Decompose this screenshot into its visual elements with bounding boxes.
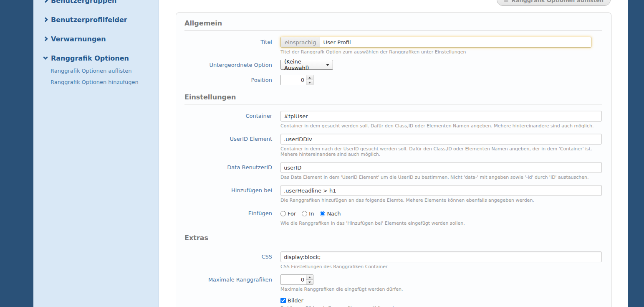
einfuegen-label: Einfügen	[184, 208, 280, 226]
sidebar-item-ranggrafik-optionen-auflisten[interactable]: Ranggrafik Optionen auflisten	[33, 65, 158, 76]
radio-option-in[interactable]: In	[302, 211, 314, 217]
sidebar-item-label: Ranggrafik Optionen hinzufügen	[51, 79, 139, 85]
bilder-checkbox-option[interactable]: Bilder	[280, 297, 303, 304]
container-label: Container	[184, 111, 280, 129]
field-row-untergeordnete-option: Untergeordnete Option (Keine Auswahl)	[184, 60, 602, 70]
sidebar-item-label: Ranggrafik Optionen	[51, 54, 129, 62]
field-row-maximale-ranggrafiken: Maximale Ranggrafiken Maximale Ranggrafi…	[184, 274, 602, 292]
position-spinner	[280, 75, 313, 85]
sidebar-item-label: Ranggrafik Optionen auflisten	[51, 68, 132, 74]
sidebar-item-label: Benutzerprofilfelder	[51, 16, 127, 24]
hinzufuegen-bei-label: Hinzufügen bei	[184, 185, 280, 203]
bilder-description: Es können Bilder als Ranggrafik ausgewäh…	[280, 305, 598, 307]
position-input[interactable]	[281, 75, 306, 85]
titel-input-group: einsprachig	[280, 37, 591, 48]
userid-element-description: Container in dem nach der UserID gesucht…	[280, 146, 598, 157]
chevron-right-icon	[43, 17, 48, 22]
checkbox-label: Bilder	[288, 297, 303, 304]
data-benutzerid-description: Das Data Element in dem 'UserID Element'…	[280, 175, 598, 180]
spinner-up-icon[interactable]	[306, 275, 313, 280]
hinzufuegen-bei-description: Die Ranggrafiken hinzufügen an das folge…	[280, 198, 598, 203]
field-row-bilder: Bilder Es können Bilder als Ranggrafik a…	[184, 297, 602, 307]
list-options-button[interactable]: ☰ Ranggrafik Optionen auflisten	[497, 0, 611, 6]
radio-for[interactable]	[280, 211, 286, 216]
main-content: ☰ Ranggrafik Optionen auflisten Allgemei…	[159, 0, 628, 307]
titel-input[interactable]	[320, 37, 591, 47]
list-options-button-label: Ranggrafik Optionen auflisten	[511, 0, 604, 3]
section-title-einstellungen: Einstellungen	[184, 92, 602, 104]
dropdown-caret-icon	[326, 64, 329, 66]
titel-label: Titel	[184, 37, 280, 55]
chevron-right-icon	[43, 36, 48, 41]
radio-option-nach[interactable]: Nach	[320, 211, 341, 217]
sidebar-item-benutzerprofilfelder[interactable]: Benutzerprofilfelder	[33, 10, 158, 29]
sidebar-item-label: Benutzergruppen	[51, 0, 116, 5]
maximale-ranggrafiken-description: Maximale Ranggrafiken die eingefügt werd…	[280, 287, 598, 292]
radio-nach[interactable]	[320, 211, 325, 216]
sidebar-item-verwarnungen[interactable]: Verwarnungen	[33, 29, 158, 48]
chevron-right-icon	[43, 0, 48, 3]
titel-description: Titel der Ranggrafk Option zum auswählen…	[280, 49, 598, 55]
spinner-down-icon[interactable]	[306, 280, 313, 284]
sidebar-item-benutzergruppen[interactable]: Benutzergruppen	[33, 0, 158, 10]
hinzufuegen-bei-input[interactable]	[280, 185, 602, 196]
section-title-allgemein: Allgemein	[184, 18, 602, 30]
userid-element-input[interactable]	[280, 134, 602, 145]
sidebar-item-label: Verwarnungen	[51, 35, 106, 43]
maximale-ranggrafiken-input[interactable]	[281, 275, 306, 284]
field-row-einfuegen: Einfügen For In Nach Wie d	[184, 208, 602, 226]
maximale-ranggrafiken-spinner	[280, 274, 313, 285]
untergeordnete-option-select[interactable]: (Keine Auswahl)	[280, 60, 333, 70]
radio-in[interactable]	[302, 211, 307, 216]
sidebar: Benutzergruppen Benutzerprofilfelder Ver…	[33, 0, 159, 307]
language-prefix-button[interactable]: einsprachig	[281, 37, 320, 47]
einfuegen-description: Wie die Ranggrafiken in das 'Hinzufügen …	[280, 221, 598, 226]
selected-option-text: (Keine Auswahl)	[284, 58, 326, 71]
radio-option-for[interactable]: For	[280, 211, 296, 217]
chevron-down-icon	[43, 55, 48, 59]
radio-label: For	[288, 211, 296, 217]
field-row-userid-element: UserID Element Container in dem nach der…	[184, 134, 602, 157]
field-row-position: Position	[184, 75, 602, 85]
bilder-check-row: Bilder	[280, 297, 602, 304]
sidebar-item-ranggrafik-optionen-hinzufuegen[interactable]: Ranggrafik Optionen hinzufügen	[33, 76, 158, 88]
field-row-data-benutzerid: Data BenutzerID Das Data Element in dem …	[184, 162, 602, 180]
left-edge-strip	[0, 0, 33, 307]
container-input[interactable]	[280, 111, 602, 122]
maximale-ranggrafiken-label: Maximale Ranggrafiken	[184, 274, 280, 292]
position-label: Position	[184, 75, 280, 85]
field-row-titel: Titel einsprachig Titel der Ranggrafk Op…	[184, 37, 602, 55]
form-container: Allgemein Titel einsprachig Titel der Ra…	[176, 13, 611, 307]
css-label: CSS	[184, 251, 280, 269]
container-description: Container in dem gesucht werden soll. Da…	[280, 123, 598, 129]
radio-label: Nach	[327, 211, 341, 217]
spinner-down-icon[interactable]	[306, 80, 313, 85]
css-description: CSS Einstellungen des Ranggrafiken Conta…	[280, 264, 598, 269]
right-edge-strip	[628, 0, 644, 307]
userid-element-label: UserID Element	[184, 134, 280, 157]
radio-label: In	[309, 211, 314, 217]
bilder-label-spacer	[184, 297, 280, 307]
field-row-hinzufuegen-bei: Hinzufügen bei Die Ranggrafiken hinzufüg…	[184, 185, 602, 203]
data-benutzerid-input[interactable]	[280, 162, 602, 173]
bilder-checkbox[interactable]	[280, 298, 286, 303]
css-input[interactable]	[280, 251, 602, 262]
field-row-container: Container Container in dem gesucht werde…	[184, 111, 602, 129]
spinner-up-icon[interactable]	[306, 75, 313, 80]
untergeordnete-option-label: Untergeordnete Option	[184, 60, 280, 70]
field-row-css: CSS CSS Einstellungen des Ranggrafiken C…	[184, 251, 602, 269]
data-benutzerid-label: Data BenutzerID	[184, 162, 280, 180]
einfuegen-radio-group: For In Nach	[280, 208, 602, 219]
section-title-extras: Extras	[184, 233, 602, 245]
list-icon: ☰	[504, 0, 509, 3]
